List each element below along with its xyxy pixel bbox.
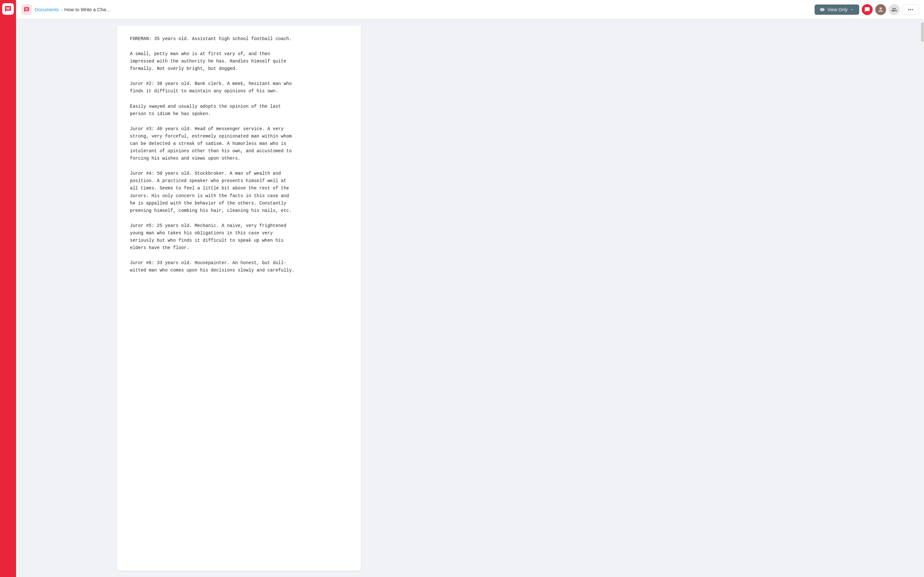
breadcrumb: Documents › How to Write a Cha…	[35, 7, 462, 12]
breadcrumb-current: How to Write a Cha…	[65, 7, 111, 12]
topbar: Documents › How to Write a Cha… View Onl…	[16, 0, 462, 19]
document-paragraph: Juror #4: 50 years old. Stockbroker. A m…	[130, 170, 348, 214]
document-paragraph: Juror #6: 33 years old. Housepainter. An…	[130, 259, 348, 274]
document-text: FOREMAN: 35 years old. Assistant high sc…	[130, 35, 348, 274]
breadcrumb-parent[interactable]: Documents	[35, 7, 59, 12]
document-paragraph: Juror #5: 25 years old. Mechanic. A naiv…	[130, 222, 348, 251]
document-paragraph: Easily swayed and usually adopts the opi…	[130, 103, 348, 118]
document-paragraph: Juror #2: 38 years old. Bank clerk. A me…	[130, 80, 348, 95]
document-icon	[21, 4, 32, 15]
document-paragraph: Juror #3: 40 years old. Head of messenge…	[130, 125, 348, 162]
app-logo[interactable]	[2, 3, 14, 15]
breadcrumb-separator: ›	[61, 7, 63, 12]
main-content: FOREMAN: 35 years old. Assistant high sc…	[16, 19, 462, 577]
document-container: FOREMAN: 35 years old. Assistant high sc…	[117, 26, 361, 571]
document-paragraph: A small, petty man who is at first vary …	[130, 50, 348, 73]
sidebar	[0, 0, 16, 577]
document-paragraph: FOREMAN: 35 years old. Assistant high sc…	[130, 35, 348, 43]
